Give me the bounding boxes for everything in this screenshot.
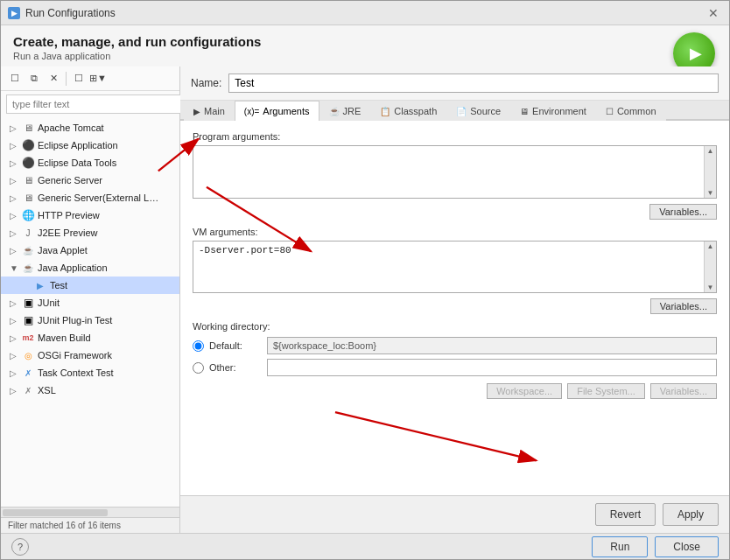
tree-item-test[interactable]: ▶ Test <box>1 276 179 294</box>
expand-icon: ▷ <box>10 351 18 360</box>
tab-arguments-label: Arguments <box>263 106 309 116</box>
tree-item-http[interactable]: ▷ 🌐 HTTP Preview <box>1 206 179 224</box>
left-panel: ☐ ⧉ ✕ ☐ ⊞▼ ▷ 🖥 Apache Tomcat ▷ ⚫ <box>1 66 180 533</box>
default-radio-row: Default: <box>193 337 717 354</box>
tab-content-arguments: Program arguments: ▲ ▼ Varıables... VM a… <box>180 121 729 495</box>
tab-jre-label: JRE <box>343 106 361 116</box>
header-subtitle: Run a Java application <box>13 51 717 61</box>
scroll-down: ▼ <box>707 189 714 197</box>
filesystem-button[interactable]: File System... <box>567 383 645 399</box>
eclipse-icon: ⚫ <box>22 157 34 169</box>
duplicate-button[interactable]: ⧉ <box>25 70 43 88</box>
main-tab-icon: ▶ <box>193 107 200 116</box>
revert-button[interactable]: Revert <box>595 503 656 526</box>
tab-common-label: Common <box>617 106 656 116</box>
delete-button[interactable]: ✕ <box>45 70 62 88</box>
osgi-icon: ◎ <box>22 349 34 361</box>
tree-item-java-app[interactable]: ▼ ☕ Java Application <box>1 259 179 276</box>
tab-source-label: Source <box>470 106 501 116</box>
tree-item-java-applet[interactable]: ▷ ☕ Java Applet <box>1 242 179 259</box>
run-button[interactable]: Run <box>592 536 648 557</box>
title-bar: ▶ Run Configurations ✕ <box>1 1 729 25</box>
expand-icon: ▷ <box>10 386 18 396</box>
tab-jre[interactable]: ☕ JRE <box>319 101 371 121</box>
tree-item-eclipse-data[interactable]: ▷ ⚫ Eclipse Data Tools <box>1 154 179 172</box>
common-tab-icon: ☐ <box>606 107 614 116</box>
tabs-row: ▶ Main (x)= Arguments ☕ JRE 📋 Classpath … <box>180 101 729 121</box>
tree-item-generic-server-ext[interactable]: ▷ 🖥 Generic Server(External L… <box>1 189 179 206</box>
expand-icon: ▷ <box>10 368 18 378</box>
working-dir-label: Working directory: <box>193 321 717 332</box>
tree-label-task-context: Task Context Test <box>38 368 114 378</box>
tab-environment-label: Environment <box>532 106 586 116</box>
maven-icon: m2 <box>22 332 34 344</box>
name-row: Name: <box>180 66 729 101</box>
default-radio[interactable] <box>193 340 204 352</box>
toolbar-separator <box>66 72 67 86</box>
applet-icon: ☕ <box>22 244 34 256</box>
other-radio[interactable] <box>193 362 204 374</box>
tree-item-maven[interactable]: ▷ m2 Maven Build <box>1 329 179 346</box>
tab-source[interactable]: 📄 Source <box>446 101 510 121</box>
default-radio-label: Default: <box>209 340 262 351</box>
tree-item-eclipse-app[interactable]: ▷ ⚫ Eclipse Application <box>1 136 179 154</box>
vm-variables-button[interactable]: Variables... <box>650 298 717 314</box>
tree-item-apache-tomcat[interactable]: ▷ 🖥 Apache Tomcat <box>1 119 179 136</box>
horizontal-scrollbar[interactable] <box>1 507 179 517</box>
classpath-tab-icon: 📋 <box>380 107 390 116</box>
tree-label-junit-plugin: JUnit Plug-in Test <box>38 315 112 326</box>
close-button-bottom[interactable]: Close <box>655 536 719 557</box>
tree-item-task-context[interactable]: ▷ ✗ Task Context Test <box>1 364 179 382</box>
xsl-icon: ✗ <box>22 384 34 396</box>
name-label: Name: <box>191 77 221 89</box>
help-button[interactable]: ? <box>11 538 29 556</box>
server-icon: 🖥 <box>22 174 34 186</box>
vm-args-scrollbar[interactable]: ▲ ▼ <box>704 242 716 292</box>
other-path-input[interactable] <box>267 359 717 376</box>
expand-icon: ▷ <box>10 316 18 326</box>
tree-item-junit[interactable]: ▷ ▣ JUnit <box>1 294 179 312</box>
sort-button[interactable]: ⊞▼ <box>89 70 107 88</box>
program-args-label: Program arguments: <box>193 131 717 142</box>
close-button[interactable]: ✕ <box>705 4 722 22</box>
filter-button[interactable]: ☐ <box>70 70 88 88</box>
config-tree: ▷ 🖥 Apache Tomcat ▷ ⚫ Eclipse Applicatio… <box>1 117 179 507</box>
tree-item-junit-plugin[interactable]: ▷ ▣ JUnit Plug-in Test <box>1 312 179 329</box>
environment-tab-icon: 🖥 <box>520 107 529 116</box>
tree-label-test: Test <box>50 280 67 290</box>
tab-environment[interactable]: 🖥 Environment <box>510 101 596 121</box>
tree-item-j2ee[interactable]: ▷ J J2EE Preview <box>1 224 179 242</box>
vm-args-input[interactable]: -Dserver.port=80 <box>193 242 716 290</box>
program-args-scrollbar[interactable]: ▲ ▼ <box>704 146 716 198</box>
workspace-button[interactable]: Workspace... <box>487 383 562 399</box>
program-args-input[interactable] <box>193 146 716 195</box>
expand-icon: ▷ <box>10 123 18 133</box>
filter-status: Filter matched 16 of 16 items <box>1 517 179 533</box>
wd-variables-button[interactable]: Variables... <box>650 383 717 399</box>
new-config-button[interactable]: ☐ <box>6 70 24 88</box>
run-configurations-window: ▶ Run Configurations ✕ Create, manage, a… <box>0 0 730 560</box>
tree-item-xsl[interactable]: ▷ ✗ XSL <box>1 382 179 399</box>
tree-item-generic-server[interactable]: ▷ 🖥 Generic Server <box>1 172 179 189</box>
collapse-icon: ▼ <box>10 263 18 273</box>
filter-input[interactable] <box>6 94 185 114</box>
right-panel: Name: ▶ Main (x)= Arguments ☕ JRE 📋 <box>180 66 729 533</box>
apply-button[interactable]: Apply <box>663 503 719 526</box>
program-variables-button[interactable]: Varıables... <box>649 204 717 220</box>
working-dir-section: Working directory: Default: Other: Works… <box>193 321 717 399</box>
status-bar: ? Run Close <box>1 533 729 559</box>
vm-args-wrapper: -Dserver.port=80 ▲ ▼ <box>193 241 717 293</box>
window-title: Run Configurations <box>25 7 116 19</box>
expand-icon: ▷ <box>10 158 18 168</box>
tree-item-osgi[interactable]: ▷ ◎ OSGi Framework <box>1 346 179 364</box>
tab-common[interactable]: ☐ Common <box>596 101 666 121</box>
expand-icon: ▷ <box>10 298 18 308</box>
tab-arguments[interactable]: (x)= Arguments <box>235 101 319 121</box>
eclipse-icon: ⚫ <box>22 139 34 151</box>
tab-main[interactable]: ▶ Main <box>184 101 235 121</box>
wd-buttons: Workspace... File System... Variables... <box>193 383 717 399</box>
name-input[interactable] <box>228 74 719 93</box>
tab-classpath[interactable]: 📋 Classpath <box>370 101 446 121</box>
server-icon: 🖥 <box>22 192 34 204</box>
tree-label-xsl: XSL <box>38 385 56 396</box>
